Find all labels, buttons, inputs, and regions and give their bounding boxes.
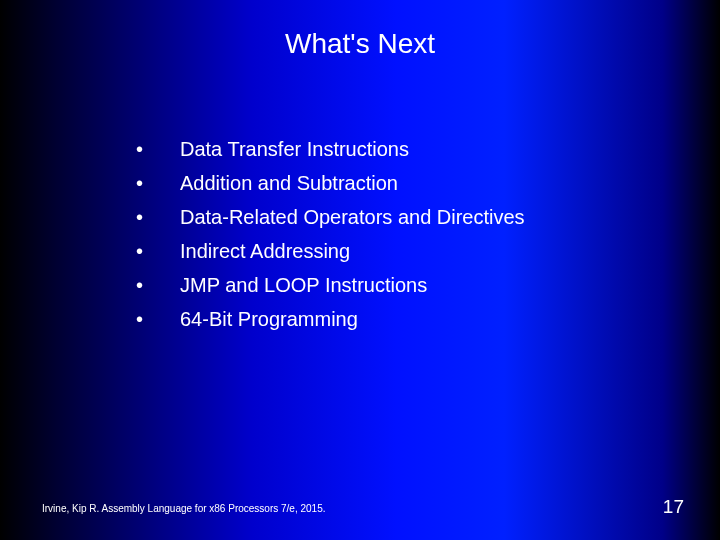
bullet-list: • Data Transfer Instructions • Addition … xyxy=(130,136,525,340)
bullet-icon: • xyxy=(130,136,180,163)
list-item-text: 64-Bit Programming xyxy=(180,306,358,333)
footer-citation: Irvine, Kip R. Assembly Language for x86… xyxy=(42,503,326,514)
bullet-icon: • xyxy=(130,272,180,299)
list-item: • 64-Bit Programming xyxy=(130,306,525,333)
list-item: • Data Transfer Instructions xyxy=(130,136,525,163)
list-item-text: Data Transfer Instructions xyxy=(180,136,409,163)
bullet-icon: • xyxy=(130,306,180,333)
list-item: • Data-Related Operators and Directives xyxy=(130,204,525,231)
page-number: 17 xyxy=(663,496,684,518)
list-item: • Addition and Subtraction xyxy=(130,170,525,197)
bullet-icon: • xyxy=(130,238,180,265)
list-item-text: Data-Related Operators and Directives xyxy=(180,204,525,231)
bullet-icon: • xyxy=(130,170,180,197)
list-item-text: JMP and LOOP Instructions xyxy=(180,272,427,299)
slide-title: What's Next xyxy=(0,0,720,60)
list-item: • JMP and LOOP Instructions xyxy=(130,272,525,299)
list-item-text: Addition and Subtraction xyxy=(180,170,398,197)
list-item-text: Indirect Addressing xyxy=(180,238,350,265)
list-item: • Indirect Addressing xyxy=(130,238,525,265)
bullet-icon: • xyxy=(130,204,180,231)
